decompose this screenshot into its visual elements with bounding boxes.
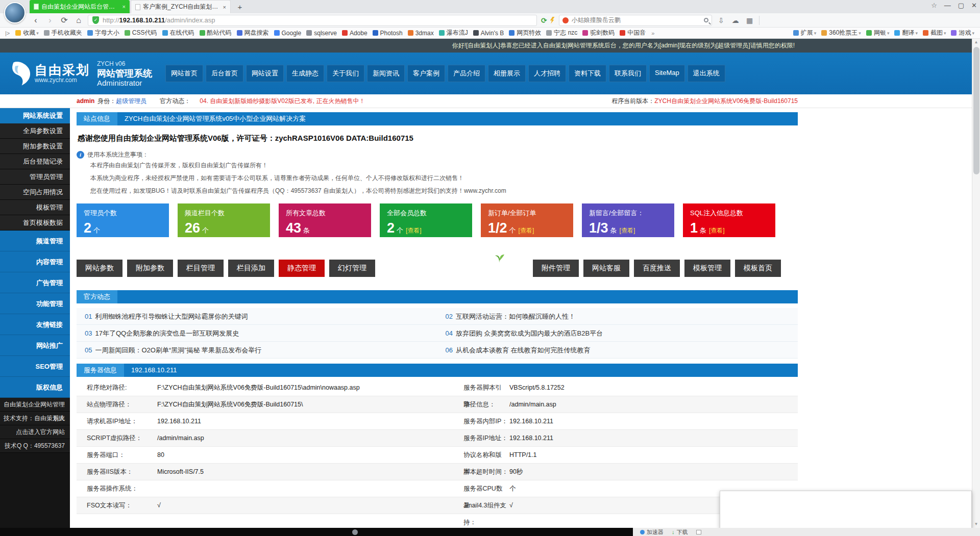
bookmark-item[interactable]: 收藏▾ [13, 29, 41, 37]
toolbar-extension-item[interactable]: 游戏▾ [948, 29, 977, 37]
forward-icon[interactable]: › [45, 16, 55, 24]
toolbar-extension-item[interactable]: 截图▾ [920, 29, 949, 37]
bookmark-item[interactable]: Photosh [370, 29, 405, 37]
server-info-label[interactable]: 服务器信息 [77, 364, 124, 377]
toolbar-extension-item[interactable]: 网银▾ [864, 29, 892, 37]
bookmark-item[interactable]: 酷站代码 [197, 29, 234, 37]
sidebar-item-友情链接[interactable]: 友情链接 [0, 314, 70, 335]
minimize-icon[interactable]: — [944, 2, 951, 9]
tab-admin[interactable]: 自由策划企业网站后台管理系统 × [30, 0, 130, 13]
sidebar-item-网站推广[interactable]: 网站推广 [0, 335, 70, 356]
quick-button-百度推送[interactable]: 百度推送 [634, 260, 680, 277]
nav-item-产品介绍[interactable]: 产品介绍 [448, 65, 485, 82]
sidebar-item-首页模板数据[interactable]: 首页模板数据 [0, 215, 70, 231]
news-item[interactable]: 02互联网活动运营：如何唤醒沉睡的人性！ [437, 308, 798, 325]
scroll-down-icon[interactable]: ▼ [972, 521, 980, 528]
sidebar-footer-item[interactable]: 技术Q Q：495573637 [0, 439, 70, 453]
news-item[interactable]: 01利用蜘蛛池程序引导蜘蛛让大型网站霸屏你的关键词 [77, 308, 437, 325]
stat-view-link[interactable]: [查看] [709, 227, 725, 234]
sidebar-item-管理员管理[interactable]: 管理员管理 [0, 169, 70, 185]
sidebar-item-SEO管理[interactable]: SEO管理 [0, 356, 70, 377]
tab-close-icon[interactable]: × [122, 4, 126, 10]
official-news-bar-label[interactable]: 官方动态 [77, 290, 117, 303]
quick-button-幻灯管理[interactable]: 幻灯管理 [329, 260, 375, 277]
bookmark-item[interactable]: 驼剑数码 [580, 29, 617, 37]
nav-item-相册展示[interactable]: 相册展示 [488, 65, 526, 82]
news-item[interactable]: 06从机会成本谈教育 在线教育如何完胜传统教育 [437, 342, 798, 359]
nav-item-联系我们[interactable]: 联系我们 [609, 65, 647, 82]
nav-item-关于我们[interactable]: 关于我们 [327, 65, 364, 82]
toolbar-extension-item[interactable]: 360抢票王▾ [819, 29, 864, 37]
official-news-ticker[interactable]: 04. 自由策划新版婚纱摄影版V02版已发布, 正在火热销售中！ [200, 97, 365, 106]
nav-item-退出系统[interactable]: 退出系统 [688, 65, 725, 82]
nav-item-SiteMap[interactable]: SiteMap [649, 65, 685, 82]
home-icon[interactable]: ⌂ [74, 16, 84, 24]
nav-item-网站设置[interactable]: 网站设置 [246, 65, 284, 82]
bookmark-item[interactable]: CSS代码 [122, 29, 160, 37]
bookmark-item[interactable]: Alvin's B [471, 29, 507, 37]
nav-item-资料下载[interactable]: 资料下载 [569, 65, 606, 82]
sidebar-item-后台登陆记录[interactable]: 后台登陆记录 [0, 154, 70, 169]
stat-view-link[interactable]: [查看] [406, 227, 422, 234]
sidebar-footer-item[interactable]: 自由策划企业网站管理系统 [0, 398, 70, 412]
bookmark-item[interactable]: Adobe [339, 29, 370, 37]
sidebar-item-全局参数设置[interactable]: 全局参数设置 [0, 123, 70, 139]
sidebar-item-模板管理[interactable]: 模板管理 [0, 200, 70, 215]
bookmark-item[interactable]: sqlserve [304, 29, 339, 37]
sidebar-section-system-settings[interactable]: 网站系统设置 [0, 108, 70, 123]
bookmarks-overflow-icon[interactable]: » [649, 30, 656, 36]
quick-button-附件管理[interactable]: 附件管理 [533, 260, 579, 277]
sidebar-item-功能管理[interactable]: 功能管理 [0, 293, 70, 314]
tab-close-icon[interactable]: × [223, 4, 226, 10]
logo[interactable]: 自由采划 www.zychr.com [5, 60, 90, 87]
sidebar-item-附加参数设置[interactable]: 附加参数设置 [0, 139, 70, 154]
stat-view-link[interactable]: [查看] [620, 227, 635, 234]
sidebar-item-广告管理[interactable]: 广告管理 [0, 272, 70, 293]
tab-customer-case[interactable]: 客户案例_ZYCH自由策划企业网... × [131, 0, 231, 13]
toolbar-extension-item[interactable]: 翻译▾ [892, 29, 920, 37]
bookmark-item[interactable]: 网盘搜索 [234, 29, 272, 37]
nav-item-新闻资讯[interactable]: 新闻资讯 [367, 65, 405, 82]
bookmark-item[interactable]: 在线代码 [160, 29, 197, 37]
close-icon[interactable]: ✕ [971, 2, 977, 9]
quick-button-附加参数[interactable]: 附加参数 [127, 260, 173, 277]
site-info-label[interactable]: 站点信息 [77, 112, 117, 125]
assistant-icon[interactable] [352, 529, 358, 535]
bookmark-item[interactable]: 中国音 [617, 29, 648, 37]
sidebar-item-版权信息[interactable]: 版权信息 [0, 377, 70, 398]
back-icon[interactable]: ‹ [31, 16, 41, 24]
stat-view-link[interactable]: [查看] [519, 227, 534, 234]
lightning-icon[interactable] [550, 17, 555, 24]
scroll-up-icon[interactable]: ▲ [972, 39, 980, 46]
toolbar-extension-item[interactable]: 扩展▾ [791, 29, 819, 37]
new-tab-button[interactable]: + [234, 2, 246, 13]
news-item[interactable]: 04放弃团购 众美窝窝欲成为国内最大的酒店B2B平台 [437, 325, 798, 342]
news-item[interactable]: 0317年了QQ企鹅形象的演变也是一部互联网发展史 [77, 325, 437, 342]
bookmark-item[interactable]: 手机收藏夹 [41, 29, 85, 37]
nav-item-网站首页[interactable]: 网站首页 [165, 65, 203, 82]
sidebar-footer-item[interactable]: 点击进入官方网站 [0, 425, 70, 439]
sidebar-item-内容管理[interactable]: 内容管理 [0, 251, 70, 272]
search-icon[interactable] [704, 18, 708, 22]
panel-button[interactable] [696, 530, 701, 534]
refresh-icon[interactable]: ⟳ [59, 16, 69, 24]
identity-value[interactable]: 超级管理员 [116, 97, 146, 106]
popup-overlay[interactable] [720, 491, 972, 529]
sidebar-item-空间占用情况[interactable]: 空间占用情况 [0, 185, 70, 200]
quick-button-网站参数[interactable]: 网站参数 [77, 260, 122, 277]
plugin-refresh-icon[interactable]: ⟳ [541, 16, 547, 24]
download-arrow-icon[interactable]: ⇩ [716, 16, 726, 24]
maximize-icon[interactable]: ▢ [958, 2, 964, 9]
apps-grid-icon[interactable]: ▦ [745, 16, 755, 24]
avatar[interactable] [4, 2, 26, 23]
accelerator-button[interactable]: 加速器 [640, 528, 664, 536]
download-button[interactable]: ↓ 下载 [672, 528, 688, 536]
quick-button-模板首页[interactable]: 模板首页 [735, 260, 781, 277]
quick-button-栏目添加[interactable]: 栏目添加 [228, 260, 274, 277]
quick-button-栏目管理[interactable]: 栏目管理 [178, 260, 224, 277]
bookmark-item[interactable]: 字母大小 [85, 29, 122, 37]
url-input[interactable]: ✓ http://192.168.10.211/admin/index.asp [88, 15, 537, 26]
sidebar-footer-item[interactable]: 技术支持：自由策划人 [0, 412, 70, 425]
bookmark-item[interactable]: 网页特效 [506, 29, 544, 37]
sidebar-item-频道管理[interactable]: 频道管理 [0, 231, 70, 251]
